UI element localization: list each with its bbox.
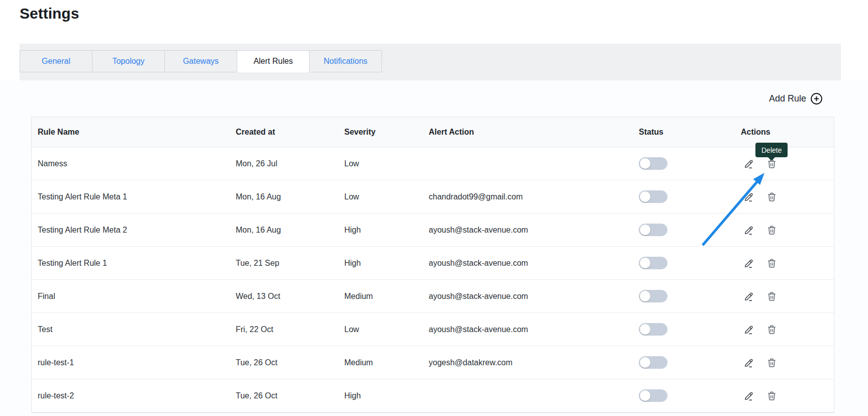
- pencil-icon: [743, 230, 754, 237]
- actions-cell: [735, 291, 834, 302]
- created-at-cell: Fri, 22 Oct: [230, 325, 338, 334]
- alert-action-cell: chandradot99@gmail.com: [423, 192, 633, 201]
- alert-action-cell: ayoush@stack-avenue.com: [423, 325, 633, 334]
- status-toggle[interactable]: [639, 257, 667, 269]
- page-title: Settings: [20, 5, 79, 22]
- table-row: Test Fri, 22 Oct Low ayoush@stack-avenue…: [32, 313, 834, 346]
- settings-tab-bar: General Topology Gateways Alert Rules No…: [20, 44, 841, 80]
- rule-name-cell: Testing Alert Rule Meta 2: [32, 226, 230, 235]
- column-header-actions: Actions: [735, 128, 834, 137]
- created-at-cell: Mon, 16 Aug: [230, 226, 338, 235]
- table-header-row: Rule Name Created at Severity Alert Acti…: [32, 117, 834, 147]
- tab-general[interactable]: General: [20, 50, 92, 72]
- tab-topology[interactable]: Topology: [92, 50, 165, 72]
- rule-name-cell: Final: [32, 292, 230, 301]
- pencil-icon: [743, 163, 754, 171]
- status-cell: [633, 157, 735, 170]
- table-row: Testing Alert Rule Meta 2 Mon, 16 Aug Hi…: [32, 214, 834, 247]
- created-at-cell: Wed, 13 Oct: [230, 292, 338, 301]
- severity-cell: High: [338, 259, 423, 268]
- trash-icon: [766, 230, 777, 237]
- edit-button[interactable]: [743, 158, 754, 169]
- rule-name-cell: Testing Alert Rule 1: [32, 259, 230, 268]
- edit-button[interactable]: [743, 258, 754, 269]
- status-cell: [633, 257, 735, 269]
- table-row: Testing Alert Rule 1 Tue, 21 Sep High ay…: [32, 247, 834, 280]
- delete-button[interactable]: [766, 324, 777, 335]
- status-cell: [633, 224, 735, 236]
- rule-name-cell: Test: [32, 325, 230, 334]
- toggle-knob: [640, 191, 650, 202]
- column-header-created-at: Created at: [230, 128, 338, 137]
- toggle-knob: [640, 324, 650, 335]
- table-row: rule-test-1 Tue, 26 Oct Medium yogesh@da…: [32, 346, 834, 379]
- tab-notifications[interactable]: Notifications: [309, 50, 382, 72]
- column-header-severity: Severity: [338, 128, 423, 137]
- alert-action-cell: ayoush@stack-avenue.com: [423, 259, 633, 268]
- status-cell: [633, 323, 735, 336]
- edit-button[interactable]: [743, 291, 754, 302]
- actions-cell: [735, 390, 834, 401]
- pencil-icon: [743, 329, 754, 337]
- plus-circle-icon: [810, 92, 823, 105]
- status-cell: [633, 190, 735, 203]
- add-rule-button[interactable]: Add Rule: [769, 92, 823, 105]
- delete-button[interactable]: [766, 258, 777, 269]
- table-row: rule-test-2 Tue, 26 Oct High: [32, 379, 834, 412]
- trash-icon: [766, 196, 777, 204]
- severity-cell: High: [338, 391, 423, 400]
- column-header-alert-action: Alert Action: [423, 128, 633, 137]
- status-toggle[interactable]: [639, 290, 667, 302]
- edit-button[interactable]: [743, 324, 754, 335]
- alert-rules-table: Rule Name Created at Severity Alert Acti…: [31, 117, 834, 413]
- status-toggle[interactable]: [639, 356, 667, 369]
- actions-cell: [735, 258, 834, 269]
- status-toggle[interactable]: [639, 190, 667, 203]
- pencil-icon: [743, 196, 754, 204]
- alert-action-cell: ayoush@stack-avenue.com: [423, 292, 633, 301]
- trash-icon: [766, 362, 777, 370]
- toggle-knob: [640, 258, 650, 268]
- delete-button[interactable]: [766, 390, 777, 401]
- table-row: Final Wed, 13 Oct Medium ayoush@stack-av…: [32, 280, 834, 313]
- status-cell: [633, 389, 735, 402]
- edit-button[interactable]: [743, 191, 754, 202]
- created-at-cell: Tue, 21 Sep: [230, 259, 338, 268]
- rule-name-cell: rule-test-1: [32, 358, 230, 367]
- table-body: Namess Mon, 26 Jul Low: [32, 147, 834, 412]
- edit-button[interactable]: [743, 390, 754, 401]
- toggle-knob: [640, 291, 650, 301]
- severity-cell: Low: [338, 159, 423, 168]
- delete-button[interactable]: [766, 357, 777, 368]
- edit-button[interactable]: [743, 357, 754, 368]
- trash-icon: [766, 263, 777, 270]
- actions-cell: [735, 225, 834, 236]
- status-toggle[interactable]: [639, 224, 667, 236]
- edit-button[interactable]: [743, 225, 754, 236]
- table-row: Testing Alert Rule Meta 1 Mon, 16 Aug Lo…: [32, 180, 834, 214]
- status-toggle[interactable]: [639, 323, 667, 336]
- pencil-icon: [743, 263, 754, 270]
- trash-icon: [766, 395, 777, 403]
- delete-button[interactable]: [766, 291, 777, 302]
- severity-cell: Medium: [338, 358, 423, 367]
- alert-action-cell: yogesh@datakrew.com: [423, 358, 633, 367]
- delete-button[interactable]: [766, 191, 777, 202]
- actions-cell: [735, 158, 834, 169]
- severity-cell: Medium: [338, 292, 423, 301]
- delete-button[interactable]: [766, 225, 777, 236]
- column-header-status: Status: [633, 128, 735, 137]
- tab-alert-rules[interactable]: Alert Rules: [237, 50, 310, 72]
- tab-gateways[interactable]: Gateways: [164, 50, 237, 72]
- column-header-rule-name: Rule Name: [32, 128, 230, 137]
- toggle-knob: [640, 357, 650, 368]
- pencil-icon: [743, 362, 754, 370]
- status-cell: [633, 290, 735, 302]
- severity-cell: High: [338, 226, 423, 235]
- pencil-icon: [743, 296, 754, 303]
- tab-list: General Topology Gateways Alert Rules No…: [20, 50, 841, 72]
- created-at-cell: Mon, 16 Aug: [230, 192, 338, 201]
- status-toggle[interactable]: [639, 389, 667, 402]
- status-toggle[interactable]: [639, 157, 667, 170]
- rule-name-cell: Testing Alert Rule Meta 1: [32, 192, 230, 201]
